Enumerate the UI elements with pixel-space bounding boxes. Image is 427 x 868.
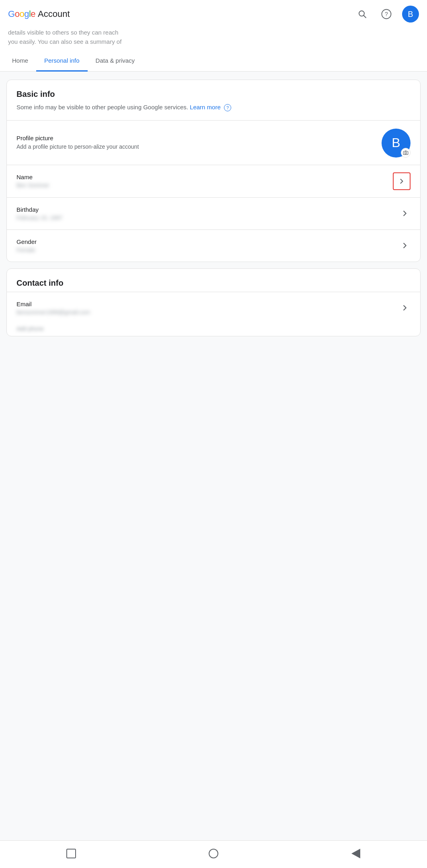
nav-home-button[interactable]	[206, 846, 221, 861]
tab-personal-info[interactable]: Personal info	[36, 51, 88, 72]
gender-row[interactable]: Gender Female	[7, 229, 420, 262]
name-chevron-button[interactable]	[393, 172, 411, 190]
profile-picture-row[interactable]: Profile picture Add a profile picture to…	[7, 120, 420, 165]
help-icon: ?	[381, 9, 392, 19]
navigation-tabs: Home Personal info Data & privacy	[0, 50, 427, 72]
name-content: Name Ben Sommer	[16, 174, 393, 188]
avatar-letter: B	[408, 10, 413, 19]
birthday-chevron[interactable]	[399, 208, 411, 219]
nav-back-button[interactable]	[349, 846, 363, 861]
avatar[interactable]: B	[402, 6, 419, 23]
camera-icon	[403, 150, 409, 156]
account-label: Account	[38, 9, 70, 19]
top-bar: Google Account ? B	[0, 0, 427, 28]
learn-more-icon: ?	[224, 104, 231, 111]
profile-picture-label: Profile picture	[16, 135, 382, 141]
basic-info-header: Basic info Some info may be visible to o…	[7, 80, 420, 112]
name-label: Name	[16, 174, 393, 180]
gender-content: Gender Female	[16, 238, 399, 253]
tab-home[interactable]: Home	[4, 51, 36, 72]
email-label: Email	[16, 301, 399, 307]
birthday-content: Birthday February 15, 1997	[16, 206, 399, 221]
contact-info-title: Contact info	[16, 278, 411, 288]
top-icons: ? B	[354, 6, 419, 23]
email-value: bensommer1999@gmail.com	[16, 309, 399, 315]
basic-info-card: Basic info Some info may be visible to o…	[6, 80, 421, 262]
basic-info-subtitle: Some info may be visible to other people…	[16, 103, 411, 112]
triangle-icon	[351, 849, 360, 858]
gender-chevron[interactable]	[399, 240, 411, 251]
gender-label: Gender	[16, 238, 399, 245]
svg-line-1	[364, 16, 366, 18]
search-icon	[357, 9, 367, 19]
contact-info-card: Contact info Email bensommer1999@gmail.c…	[6, 268, 421, 336]
circle-icon	[209, 849, 218, 858]
name-row[interactable]: Name Ben Sommer	[7, 165, 420, 197]
help-button[interactable]: ?	[378, 6, 395, 23]
bottom-navigation	[0, 840, 427, 868]
birthday-label: Birthday	[16, 206, 399, 213]
svg-point-5	[405, 152, 407, 154]
behind-line1: details visible to others so they can re…	[8, 28, 419, 37]
main-content: Basic info Some info may be visible to o…	[0, 72, 427, 344]
nav-square-button[interactable]	[64, 846, 78, 861]
gender-value: Female	[16, 247, 399, 253]
google-wordmark: Google	[8, 9, 35, 19]
profile-avatar[interactable]: B	[382, 129, 411, 158]
svg-text:?: ?	[385, 11, 388, 17]
learn-more-link[interactable]: Learn more ?	[190, 104, 231, 111]
birthday-value: February 15, 1997	[16, 215, 399, 221]
camera-badge	[401, 148, 411, 158]
chevron-right-icon	[400, 303, 409, 312]
extra-row-faded: Add phone	[7, 324, 420, 336]
name-value: Ben Sommer	[16, 182, 393, 188]
contact-info-header: Contact info	[7, 269, 420, 288]
chevron-right-icon	[398, 177, 406, 185]
scroll-behind-text: details visible to others so they can re…	[0, 28, 427, 50]
search-button[interactable]	[354, 6, 371, 23]
email-row[interactable]: Email bensommer1999@gmail.com	[7, 292, 420, 324]
behind-line2: you easily. You can also see a summary o…	[8, 37, 419, 47]
profile-picture-description: Add a profile picture to person-alize yo…	[16, 143, 382, 151]
chevron-right-icon	[400, 241, 409, 250]
basic-info-title: Basic info	[16, 90, 411, 99]
email-content: Email bensommer1999@gmail.com	[16, 301, 399, 315]
profile-picture-text: Profile picture Add a profile picture to…	[16, 135, 382, 151]
square-icon	[66, 849, 76, 858]
chevron-right-icon	[400, 209, 409, 218]
tab-data-privacy[interactable]: Data & privacy	[88, 51, 143, 72]
email-chevron[interactable]	[399, 302, 411, 313]
google-logo: Google Account	[8, 9, 70, 19]
birthday-row[interactable]: Birthday February 15, 1997	[7, 197, 420, 229]
